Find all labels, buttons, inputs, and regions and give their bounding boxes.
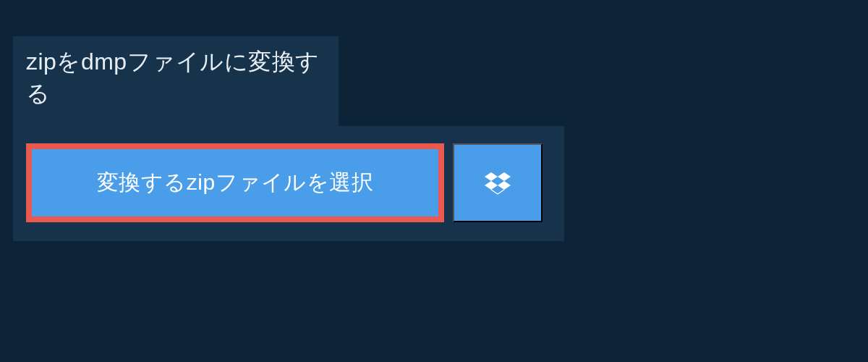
page-title: zipをdmpファイルに変換する bbox=[26, 46, 326, 110]
dropbox-button[interactable] bbox=[453, 143, 542, 222]
select-file-button[interactable]: 変換するzipファイルを選択 bbox=[26, 143, 444, 222]
header-panel: zipをdmpファイルに変換する bbox=[13, 36, 339, 126]
main-container: zipをdmpファイルに変換する 変換するzipファイルを選択 bbox=[0, 0, 868, 241]
select-file-label: 変換するzipファイルを選択 bbox=[97, 168, 373, 198]
action-panel: 変換するzipファイルを選択 bbox=[13, 126, 564, 241]
dropbox-icon bbox=[485, 170, 511, 196]
